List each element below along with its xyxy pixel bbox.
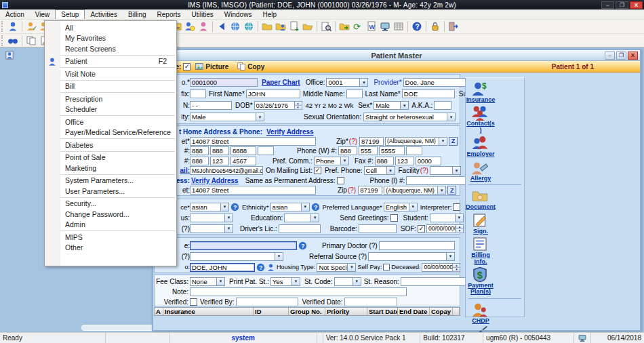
orientation-select[interactable]: Straight or heterosexual▼ — [363, 113, 456, 121]
verified-checkbox[interactable] — [190, 298, 197, 306]
setup-menu-item-recent-screens[interactable]: Recent Screens — [45, 43, 176, 54]
first-name-field[interactable]: JOHN — [246, 89, 300, 98]
setup-menu-item-scheduler[interactable]: Scheduler — [45, 104, 176, 115]
setup-menu-item-security[interactable]: Security... — [45, 199, 176, 209]
setup-menu-item-user-parameters[interactable]: User Parameters... — [45, 186, 176, 197]
setup-menu-item-visit-note[interactable]: Visit Note — [45, 68, 176, 79]
street-field[interactable]: 14087 Street — [190, 137, 316, 146]
same-as-checkbox[interactable] — [337, 177, 344, 184]
sidebar-button-chdp[interactable]: CHDP — [466, 302, 496, 324]
student-select[interactable]: ▼ — [430, 214, 464, 222]
respond-person-icon[interactable] — [266, 263, 275, 272]
patient-pink-icon[interactable] — [197, 20, 210, 33]
setup-menu-item-admin[interactable]: Admin — [45, 220, 176, 230]
phone-cell-area[interactable]: 888 — [190, 157, 209, 165]
zip-field[interactable]: 87199 — [359, 137, 384, 146]
fax-line[interactable]: 0000 — [416, 157, 441, 165]
setup-menu-item-system-parameters[interactable]: System Parameters... — [45, 176, 176, 186]
phone-home-ext[interactable] — [258, 146, 274, 155]
fax-area[interactable]: 888 — [375, 157, 394, 165]
zip-lookup-button[interactable]: Z — [449, 137, 458, 146]
setup-menu-item-bill[interactable]: Bill — [45, 81, 176, 92]
phone-work-line[interactable]: 5555 — [379, 146, 405, 155]
pref-comm-select[interactable]: Phone▼ — [314, 157, 349, 165]
copy-page-icon[interactable] — [24, 35, 38, 47]
patient-clock-icon[interactable] — [183, 20, 197, 33]
mdi-child-icon[interactable] — [5, 50, 16, 60]
drivers-license-field[interactable] — [279, 224, 321, 233]
verified-date-field[interactable] — [344, 298, 397, 306]
grid-icon[interactable] — [392, 20, 405, 33]
paper-chart-link[interactable]: Paper Chart — [262, 79, 300, 86]
pm-close-button[interactable]: X — [628, 52, 638, 60]
close-button[interactable]: X — [630, 1, 643, 9]
menu-windows[interactable]: Windows — [219, 9, 258, 19]
print-pat-select[interactable]: Yes▼ — [270, 277, 300, 286]
setup-menu-item-mips[interactable]: MIPS — [45, 232, 176, 243]
mailing-list-checkbox[interactable] — [314, 167, 321, 174]
folder-new-icon[interactable] — [260, 20, 274, 33]
insurance-column-id[interactable]: ID — [254, 308, 289, 315]
st-reason-field[interactable] — [401, 277, 467, 286]
dob-spinner[interactable]: ▲▼ — [295, 101, 302, 110]
insurance-column-insurance[interactable]: Insurance — [163, 308, 254, 315]
facility-select[interactable]: ▼ — [430, 166, 461, 175]
middle-name-field[interactable] — [346, 89, 363, 98]
primary-doctor-field[interactable] — [379, 241, 455, 250]
exit-icon[interactable] — [447, 20, 460, 33]
pref-phone-select[interactable]: Cell▼ — [364, 166, 395, 175]
setup-menu-item-patient[interactable]: PatientF2 — [45, 56, 176, 67]
barcode-field[interactable] — [359, 224, 397, 233]
insurance-column-a[interactable]: A — [155, 308, 163, 315]
zip2-lookup-button[interactable]: Z — [447, 186, 456, 195]
sidebar-button-document[interactable]: Document — [466, 188, 496, 210]
copy-button[interactable]: Copy — [247, 63, 264, 70]
refresh-icon[interactable]: ⟳ — [351, 20, 365, 33]
phone-work-prefix[interactable]: 555 — [359, 146, 378, 155]
menu-billing[interactable]: Billing — [123, 9, 152, 19]
ssn-field[interactable]: - - — [190, 101, 232, 110]
zip2-field[interactable]: 87199 — [358, 186, 382, 195]
insurance-column-priority[interactable]: Priority — [325, 308, 367, 315]
referral-source-select[interactable]: ▼ — [368, 252, 455, 261]
patient-verify-icon[interactable]: ✓ — [24, 20, 38, 33]
phone-cell-prefix[interactable]: 123 — [210, 157, 229, 165]
verified-by-field[interactable] — [236, 298, 298, 306]
sidebar-button-allergy[interactable]: Allergy — [466, 159, 496, 182]
setup-menu-item-diabetes[interactable]: Diabetes — [45, 140, 176, 150]
zip2-city-select[interactable]: (Albuquerque, NM)▼ — [384, 186, 446, 195]
sidebar-button-employer[interactable]: Employer — [466, 135, 496, 157]
respond-to-field[interactable]: DOE, JOHN — [190, 263, 255, 272]
race-select[interactable]: asian▼ — [190, 203, 229, 211]
note-field[interactable] — [190, 287, 407, 296]
facility-help[interactable]: (?) — [420, 167, 428, 174]
deceased-date-field[interactable]: 00/00/0000 — [422, 263, 453, 272]
row15-select[interactable]: ▼ — [190, 252, 283, 261]
interpreter-checkbox[interactable] — [453, 203, 460, 211]
phone-local-field[interactable] — [406, 176, 471, 185]
respond-info-icon[interactable]: ? — [256, 263, 265, 272]
prefix-field[interactable] — [190, 89, 206, 98]
folder-person-icon[interactable] — [274, 20, 287, 33]
monitor-icon[interactable] — [378, 20, 392, 33]
lock-icon[interactable] — [428, 20, 442, 33]
sex-select[interactable]: Male▼ — [374, 101, 409, 110]
minimize-button[interactable]: – — [601, 1, 614, 9]
menu-reports[interactable]: Reports — [152, 9, 186, 19]
insurance-column-start-date[interactable]: Start Date — [367, 308, 398, 315]
employer-info-icon[interactable]: ? — [298, 241, 307, 250]
row13-select[interactable]: ▼ — [190, 224, 233, 233]
patient-icon[interactable] — [6, 20, 20, 33]
back-arrow-icon[interactable] — [215, 20, 228, 33]
menu-view[interactable]: View — [30, 9, 56, 19]
sidebar-button-sign[interactable]: Sign. — [466, 212, 496, 235]
greetings-checkbox[interactable] — [390, 214, 398, 222]
st-code-select[interactable]: ▼ — [334, 277, 361, 286]
setup-menu-item-prescription[interactable]: Prescription — [45, 94, 176, 104]
deceased-date-spinner[interactable]: ▲▼ — [453, 263, 460, 272]
fax-prefix[interactable]: 123 — [395, 157, 414, 165]
sidebar-button-billing-info[interactable]: Billing Info. — [466, 236, 496, 265]
email-field[interactable]: MsJohnDoe54542@gmail.com — [190, 166, 263, 175]
fee-class-select[interactable]: None▼ — [190, 277, 225, 286]
picture-button[interactable]: Picture — [205, 63, 228, 70]
